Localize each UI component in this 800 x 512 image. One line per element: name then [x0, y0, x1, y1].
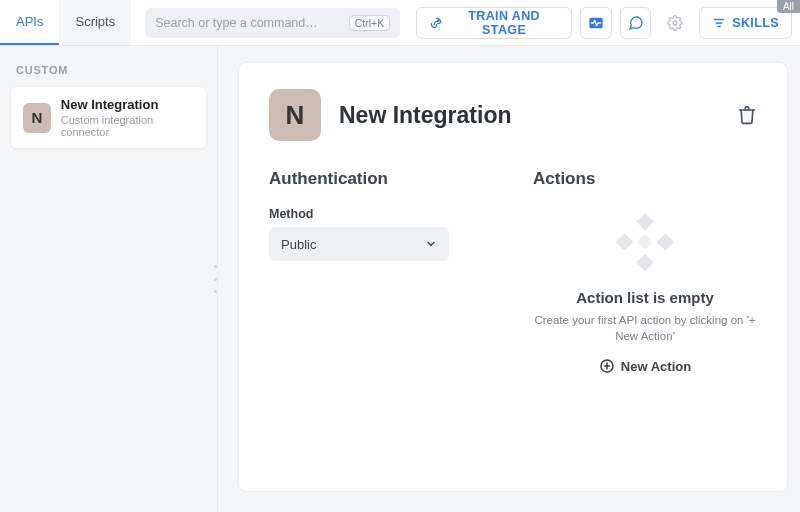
actions-section: Actions Action list is empty Create your…: [533, 169, 757, 378]
sidebar-item-new-integration[interactable]: N New Integration Custom integration con…: [10, 86, 207, 149]
gear-icon: [667, 15, 683, 31]
sidebar-resize-handle[interactable]: [214, 265, 220, 293]
tab-apis[interactable]: APIs: [0, 0, 59, 45]
sidebar-item-subtitle: Custom integration connector: [61, 114, 194, 138]
sidebar: CUSTOM N New Integration Custom integrat…: [0, 46, 218, 512]
corner-tag: All: [777, 0, 800, 13]
settings-button[interactable]: [659, 7, 691, 39]
body: CUSTOM N New Integration Custom integrat…: [0, 46, 800, 512]
delete-integration-button[interactable]: [737, 105, 757, 125]
top-bar: APIs Scripts Ctrl+K TRAIN AND STAGE SKIL…: [0, 0, 800, 46]
panel-avatar: N: [269, 89, 321, 141]
plus-circle-icon: [599, 358, 615, 374]
pulse-icon: [588, 15, 604, 31]
actions-heading: Actions: [533, 169, 757, 189]
main-area: N New Integration Authentication Method …: [218, 46, 800, 512]
puzzle-icon: [610, 207, 680, 277]
authentication-section: Authentication Method Public: [269, 169, 493, 378]
panel-header: N New Integration: [269, 89, 757, 141]
tab-scripts[interactable]: Scripts: [59, 0, 131, 45]
svg-point-6: [639, 236, 652, 249]
authentication-heading: Authentication: [269, 169, 493, 189]
skills-label: SKILLS: [732, 16, 779, 30]
chevron-down-icon: [425, 238, 437, 250]
search-shortcut: Ctrl+K: [349, 15, 390, 31]
method-field-label: Method: [269, 207, 493, 221]
svg-point-0: [438, 19, 439, 20]
rocket-icon: [429, 16, 443, 30]
method-select[interactable]: Public: [269, 227, 449, 261]
chat-icon: [628, 15, 644, 31]
command-search[interactable]: Ctrl+K: [145, 8, 400, 38]
command-search-input[interactable]: [155, 16, 343, 30]
panel-columns: Authentication Method Public Actions: [269, 169, 757, 378]
analytics-button[interactable]: [580, 7, 612, 39]
filter-icon: [712, 16, 726, 30]
new-action-button[interactable]: New Action: [599, 358, 691, 374]
sidebar-heading-custom: CUSTOM: [16, 64, 201, 76]
panel-title: New Integration: [339, 102, 719, 129]
integration-panel: N New Integration Authentication Method …: [238, 62, 788, 492]
integration-avatar: N: [23, 103, 51, 133]
actions-empty-title: Action list is empty: [533, 289, 757, 306]
train-and-stage-label: TRAIN AND STAGE: [449, 9, 559, 37]
chat-button[interactable]: [620, 7, 652, 39]
actions-empty-subtitle: Create your first API action by clicking…: [533, 312, 757, 344]
primary-tabs: APIs Scripts: [0, 0, 131, 45]
new-action-label: New Action: [621, 359, 691, 374]
train-and-stage-button[interactable]: TRAIN AND STAGE: [416, 7, 572, 39]
svg-point-2: [673, 21, 677, 25]
sidebar-item-title: New Integration: [61, 97, 194, 112]
method-select-value: Public: [281, 237, 316, 252]
trash-icon: [737, 105, 757, 125]
actions-empty-state: Action list is empty Create your first A…: [533, 207, 757, 378]
